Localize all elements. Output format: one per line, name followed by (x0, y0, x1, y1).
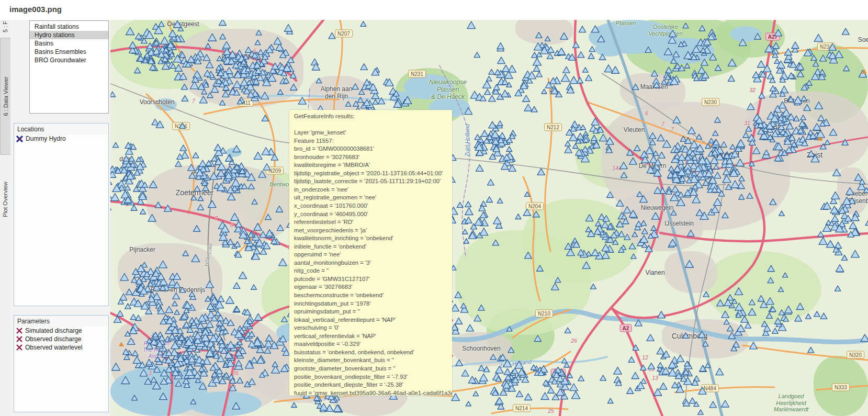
tab-5-f[interactable]: 5 : F (0, 20, 10, 33)
layers-listbox[interactable]: Rainfall stationsHydro stationsBasinsBas… (29, 20, 109, 114)
tab-label: 6 : Data Viewer (3, 76, 9, 116)
x-marker-icon (16, 328, 22, 334)
x-marker-icon (16, 344, 22, 351)
location-item[interactable]: Dummy Hydro (14, 134, 108, 143)
layer-item-basins[interactable]: Basins (30, 39, 108, 48)
layer-item-bro-groundwater[interactable]: BRO Groundwater (30, 56, 108, 64)
map-canvas[interactable]: OegstgeestLeiderdorpVoorschotenAlphen aa… (110, 20, 868, 416)
tab-label: Plot Overview (2, 182, 8, 217)
locations-list[interactable]: Dummy Hydro (14, 134, 108, 143)
x-marker-icon (16, 336, 22, 342)
layer-item-basins-ensembles[interactable]: Basins Ensembles (30, 48, 108, 56)
vertical-tab-strip: 5 : F6 : Data ViewerPlot Overview (0, 20, 11, 416)
parameter-item[interactable]: Observed waterlevel (14, 343, 108, 352)
parameters-panel: Parameters Simulated discharge Observed … (14, 315, 109, 412)
location-item-label: Dummy Hydro (26, 135, 66, 142)
title-bar: image003.png (0, 0, 868, 20)
tab-label: 5 : F (2, 21, 8, 32)
tab-6-data-viewer[interactable]: 6 : Data Viewer (0, 38, 10, 155)
parameter-item[interactable]: Simulated discharge (14, 327, 108, 335)
layer-item-hydro-stations[interactable]: Hydro stations (30, 31, 108, 39)
sidebar: Rainfall stationsHydro stationsBasinsBas… (10, 20, 110, 416)
locations-panel: Locations Dummy Hydro (14, 123, 109, 306)
parameter-item-label: Simulated discharge (25, 327, 82, 334)
application-window: image003.png 5 : F6 : Data ViewerPlot Ov… (0, 0, 868, 416)
parameters-panel-title: Parameters (14, 316, 108, 327)
locations-panel-title: Locations (14, 123, 108, 134)
parameter-item-label: Observed discharge (25, 335, 81, 343)
location-marker-icon (16, 136, 23, 142)
parameter-item[interactable]: Observed discharge (14, 335, 108, 343)
window-title: image003.png (9, 5, 62, 14)
map-markers-layer[interactable] (110, 20, 868, 416)
getfeatureinfo-popup: GetFeatureInfo results: Layer 'gmw_kense… (289, 110, 452, 396)
layer-item-rainfall-stations[interactable]: Rainfall stations (30, 23, 108, 31)
tab-plot-overview[interactable]: Plot Overview (0, 166, 10, 232)
parameter-item-label: Observed waterlevel (25, 344, 82, 351)
parameters-list[interactable]: Simulated discharge Observed discharge O… (14, 327, 108, 352)
